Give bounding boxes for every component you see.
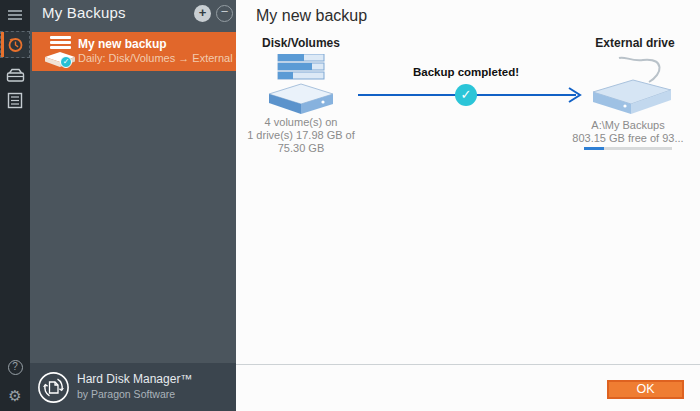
drive-icon	[6, 68, 25, 83]
status-message: Backup completed!	[366, 66, 566, 78]
target-capacity-bar	[584, 147, 672, 150]
backup-list-item-selected[interactable]: ✓ My new backup Daily: Disk/Volumes → Ex…	[32, 32, 236, 71]
remove-backup-button[interactable]: −	[216, 5, 233, 22]
backup-ok-badge-icon: ✓	[60, 56, 72, 68]
nav-item-drives[interactable]	[0, 68, 30, 83]
help-icon: ?	[8, 360, 23, 375]
source-label: Disk/Volumes	[236, 36, 366, 50]
backup-item-subtitle: Daily: Disk/Volumes → External dr...	[78, 52, 254, 64]
check-icon: ✓	[455, 84, 477, 106]
product-name: Hard Disk Manager™	[77, 372, 192, 386]
nav-item-reports[interactable]	[0, 92, 30, 109]
target-capacity-fill	[584, 147, 604, 150]
sidebar-title: My Backups	[42, 4, 126, 21]
menu-icon[interactable]	[8, 10, 22, 20]
backup-detail-panel: My new backup Disk/Volumes 4 volume(s) o…	[236, 0, 700, 411]
backup-history-clock-icon	[7, 36, 24, 53]
sidebar-footer: Hard Disk Manager™ by Paragon Software	[30, 363, 236, 411]
external-drive-icon	[585, 50, 677, 118]
vendor-name: by Paragon Software	[77, 388, 175, 400]
ok-button[interactable]: OK	[607, 380, 684, 399]
list-report-icon	[7, 92, 23, 109]
footer-divider	[236, 364, 700, 365]
backups-sidebar: My Backups + − ✓ My new backup Daily: Di…	[30, 0, 236, 411]
target-label: External drive	[555, 36, 700, 50]
help-button[interactable]: ?	[0, 360, 30, 375]
source-caption: 4 volume(s) on 1 drive(s) 17.98 GB of 75…	[231, 116, 371, 155]
backup-item-title: My new backup	[78, 37, 167, 51]
disk-volumes-icon	[265, 54, 337, 116]
paragon-logo-icon	[37, 371, 70, 404]
app-window: ? ⚙ My Backups + − ✓ My new backup Daily…	[0, 0, 700, 411]
page-title: My new backup	[256, 7, 367, 25]
nav-item-backups-selected[interactable]	[0, 31, 30, 58]
settings-button[interactable]: ⚙	[0, 388, 30, 403]
target-path: A:\My Backups	[548, 119, 700, 131]
nav-iconbar: ? ⚙	[0, 0, 30, 411]
gear-icon: ⚙	[8, 388, 21, 403]
target-free-space: 803.15 GB free of 93...	[538, 132, 700, 144]
add-backup-button[interactable]: +	[194, 5, 211, 22]
